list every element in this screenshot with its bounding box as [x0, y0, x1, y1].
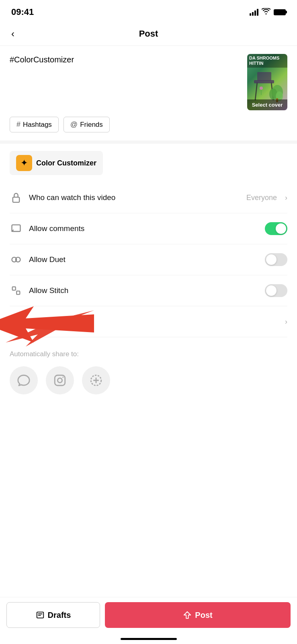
svg-rect-11 [13, 197, 19, 202]
svg-point-24 [57, 378, 62, 382]
header: ‹ Post [0, 22, 297, 46]
duet-icon [10, 253, 23, 266]
effect-icon: ✦ [16, 155, 32, 171]
toggle-knob-comments [276, 223, 286, 234]
caption-area: #ColorCustomizer DA SHROOMS HITTIN [0, 46, 297, 117]
effect-section: ✦ Color Customizer [0, 144, 297, 182]
allow-stitch-label: Allow Stitch [29, 286, 258, 295]
caption-text-area[interactable]: #ColorCustomizer [10, 54, 241, 90]
share-messages-button[interactable] [10, 366, 38, 394]
back-button[interactable]: ‹ [11, 28, 14, 39]
allow-duet-label: Allow Duet [29, 255, 258, 264]
chevron-right-icon-1: › [285, 194, 287, 202]
svg-point-25 [62, 377, 63, 378]
allow-duet-toggle[interactable] [265, 253, 287, 266]
allow-comments-toggle[interactable] [265, 222, 287, 235]
allow-duet-row: Allow Duet [10, 244, 287, 275]
post-button[interactable]: Post [105, 602, 291, 628]
svg-point-9 [260, 87, 263, 90]
at-icon: @ [70, 120, 78, 129]
allow-comments-row: Allow comments [10, 213, 287, 244]
svg-rect-23 [55, 375, 65, 386]
home-indicator [121, 638, 177, 640]
hashtag-icon: # [16, 120, 20, 129]
hashtags-label: Hashtags [23, 121, 52, 129]
add-share-icon [89, 374, 103, 387]
drafts-label: Drafts [48, 611, 71, 620]
drafts-icon [36, 611, 45, 619]
stitch-icon [10, 284, 23, 297]
svg-marker-22 [0, 306, 94, 343]
effect-name: Color Customizer [36, 159, 96, 167]
post-label: Post [195, 611, 212, 620]
drafts-button[interactable]: Drafts [6, 602, 100, 628]
who-can-watch-label: Who can watch this video [29, 193, 240, 202]
instagram-icon [53, 374, 67, 387]
friends-button[interactable]: @ Friends [63, 117, 110, 132]
signal-icon [250, 8, 258, 16]
who-can-watch-row[interactable]: Who can watch this video Everyone › [10, 182, 287, 213]
bottom-bar: Drafts Post [0, 597, 297, 644]
messages-icon [17, 374, 31, 387]
tag-buttons: # Hashtags @ Friends [0, 117, 297, 140]
page-title: Post [139, 29, 158, 39]
friends-label: Friends [80, 121, 103, 129]
toggle-knob-duet [266, 254, 277, 265]
svg-line-1 [255, 82, 257, 100]
divider-1 [0, 140, 297, 144]
allow-comments-label: Allow comments [29, 224, 258, 233]
allow-stitch-row: Allow Stitch [10, 275, 287, 306]
svg-rect-4 [257, 72, 271, 81]
caption-input[interactable]: #ColorCustomizer [10, 54, 241, 90]
comment-icon [10, 222, 23, 235]
share-icons [10, 366, 287, 394]
who-can-watch-value: Everyone [246, 194, 277, 202]
select-cover-label[interactable]: Select cover [247, 99, 287, 110]
share-add-button[interactable] [82, 366, 110, 394]
red-arrow-annotation [0, 302, 98, 355]
video-thumbnail[interactable]: DA SHROOMS HITTIN Sel [247, 54, 287, 110]
post-icon [183, 611, 192, 619]
battery-icon [274, 9, 286, 15]
bottom-spacer [0, 402, 297, 459]
effect-badge: ✦ Color Customizer [10, 151, 103, 175]
allow-stitch-toggle[interactable] [265, 284, 287, 297]
lock-icon [10, 191, 23, 204]
share-instagram-button[interactable] [46, 366, 74, 394]
thumbnail-decoration [249, 70, 285, 102]
wifi-icon [262, 8, 270, 17]
status-time: 09:41 [11, 7, 34, 17]
svg-rect-15 [12, 287, 16, 290]
caption-hashtag: #ColorCustomizer [10, 55, 74, 64]
chevron-right-icon-2: › [285, 318, 287, 326]
settings-section: Who can watch this video Everyone › Allo… [0, 182, 297, 337]
status-icons [250, 8, 286, 17]
svg-rect-16 [16, 291, 20, 294]
toggle-knob-stitch [266, 285, 277, 296]
more-options-row[interactable]: More options › [10, 306, 287, 337]
hashtags-button[interactable]: # Hashtags [10, 117, 59, 132]
status-bar: 09:41 [0, 0, 297, 22]
